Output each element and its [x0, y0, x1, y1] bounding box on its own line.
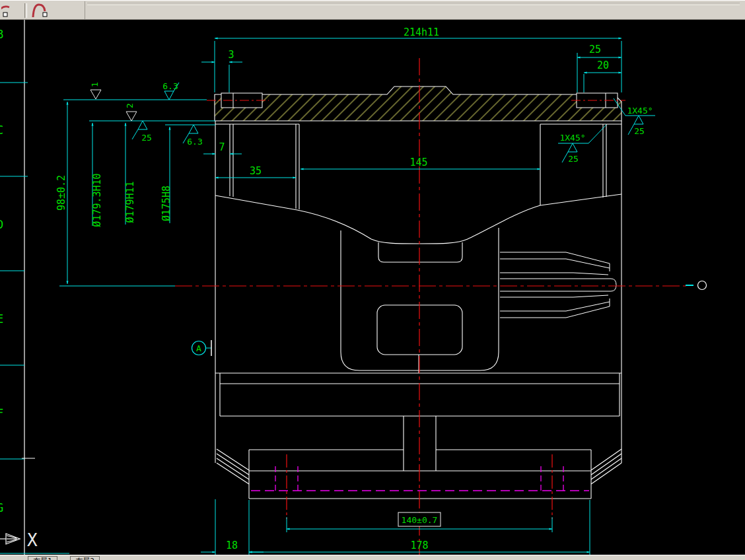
- dim-width-145: 145: [409, 157, 427, 168]
- zone-label: D: [0, 218, 3, 231]
- dim-width-35: 35: [250, 165, 262, 177]
- roughness-value: 25: [568, 154, 579, 164]
- tab-layout-1[interactable]: 布局1: [28, 556, 57, 560]
- zone-label: G: [0, 501, 3, 514]
- phantom-lines: [251, 466, 589, 491]
- zone-label: F: [0, 407, 3, 420]
- centerlines: [175, 58, 687, 555]
- dim-base-18: 18: [226, 540, 238, 551]
- zone-label: E: [0, 312, 3, 326]
- roughness-value: 6.3: [187, 137, 202, 147]
- curve-tool-button[interactable]: [0, 2, 22, 19]
- roughness-value: 25: [634, 126, 645, 136]
- spline-shaft-profile: [500, 252, 616, 318]
- dim-height-98: 98±0.2: [55, 175, 67, 211]
- roughness-value: 25: [141, 133, 152, 143]
- dim-overall-width: 214h11: [404, 26, 439, 38]
- datum-label: A: [196, 343, 201, 353]
- centerline-end-marker: [686, 281, 707, 290]
- zone-label: B: [0, 28, 3, 41]
- tab-layout-2[interactable]: 布局2: [70, 556, 100, 560]
- part-flange-section: [215, 87, 621, 121]
- drawing-canvas[interactable]: B C D E F G X: [0, 0, 745, 560]
- spline-arc-tool-button[interactable]: [29, 2, 52, 19]
- zone-label: C: [0, 123, 3, 137]
- toolbar-separator: [24, 3, 27, 18]
- dim-dia-179: Ø179H11: [124, 181, 136, 223]
- dim-right-25: 25: [589, 44, 601, 55]
- toolbar-button-group: [0, 1, 85, 19]
- dim-dia-175: Ø175H8: [160, 186, 172, 221]
- dim-depth-7: 7: [219, 141, 225, 153]
- dim-offset-3: 3: [228, 49, 234, 61]
- curve-tool-icon: [1, 3, 21, 18]
- toolbar: [0, 0, 745, 20]
- ucs-icon: [0, 534, 20, 544]
- application-window: B C D E F G X: [0, 0, 745, 560]
- dim-right-20: 20: [597, 59, 609, 71]
- datum-marker-a: A: [192, 340, 212, 356]
- triangle-mark-number: 1: [90, 82, 100, 87]
- chamfer-note-1: 1X45°: [627, 106, 653, 116]
- drawing-frame: B C D E F G: [0, 20, 69, 555]
- chamfer-note-2: 1X45°: [559, 133, 585, 143]
- layout-tab-bar: 布局1 布局2: [0, 555, 745, 560]
- dim-base-178: 178: [410, 540, 428, 551]
- spline-arc-tool-icon: [30, 3, 50, 18]
- toolbar-groove: [87, 3, 740, 5]
- dim-base-140: 140±0.7: [402, 515, 438, 525]
- ucs-x-axis-label: X: [27, 530, 38, 550]
- roughness-value: 6.3: [162, 81, 178, 91]
- dim-dia-179-3: Ø179.3H10: [91, 173, 103, 227]
- triangle-mark-number: 2: [125, 103, 135, 108]
